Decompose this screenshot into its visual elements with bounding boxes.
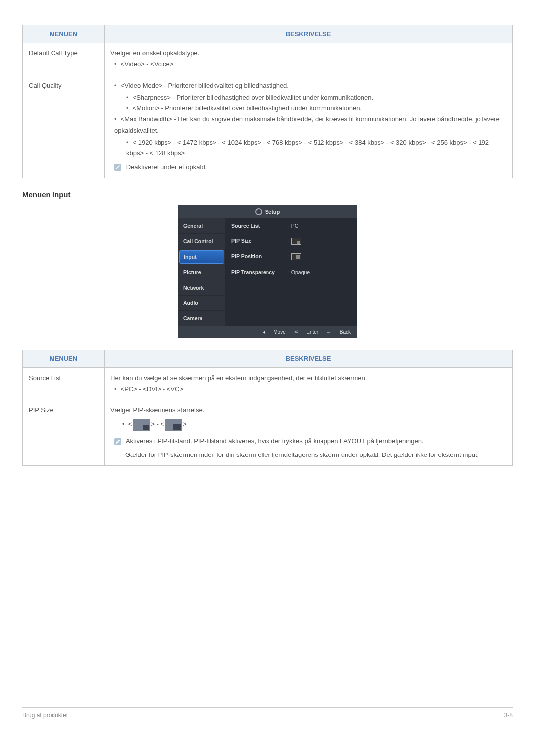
text: Vælger en ønsket opkaldstype. [110, 48, 506, 59]
cell-menu: PIP Size [23, 400, 105, 466]
note-icon [114, 164, 121, 171]
osd-sidebar-item[interactable]: Camera [178, 311, 225, 326]
cell-menu: Default Call Type [23, 43, 105, 75]
note: Deaktiveret under et opkald. [110, 162, 506, 173]
osd-row[interactable]: Source List: PC [225, 218, 357, 233]
th-desc: BESKRIVELSE [105, 25, 513, 43]
gear-icon [255, 208, 262, 215]
cell-desc: Vælger en ønsket opkaldstype. <Video> - … [105, 43, 513, 75]
list-item: <Video Mode> - Prioriterer billedkvalite… [114, 80, 506, 114]
osd-row[interactable]: PIP Position: [225, 249, 357, 265]
list-item: <Sharpness> - Prioriterer billedhastighe… [126, 92, 506, 103]
osd-row-label: PIP Size [231, 238, 288, 245]
th-menu: MENUEN [23, 350, 105, 367]
note-text: Deaktiveret under et opkald. [126, 163, 207, 171]
osd-row-value: : Opaque [288, 269, 310, 275]
pip-size-small-icon [133, 419, 150, 431]
osd-sidebar-item[interactable]: General [178, 218, 225, 234]
osd-sidebar: GeneralCall ControlInputPictureNetworkAu… [178, 218, 225, 326]
note: Aktiveres i PIP-tilstand. PIP-tilstand a… [110, 436, 506, 447]
osd-row-label: PIP Position [231, 253, 288, 260]
table-menu-1: MENUEN BESKRIVELSE Default Call Type Væl… [22, 25, 513, 178]
osd-foot-move: ♦ Move [263, 329, 285, 335]
osd-row-value: : [288, 238, 301, 245]
cell-desc: Her kan du vælge at se skærmen på en eks… [105, 367, 513, 400]
osd-row-value: : PC [288, 223, 298, 229]
osd-row-label: PIP Transparency [231, 269, 288, 275]
cell-menu: Source List [23, 367, 105, 400]
osd-row-value: : [288, 253, 301, 260]
osd-foot-back: ← Back [326, 329, 351, 335]
text: Vælger PIP-skærmens størrelse. [110, 405, 506, 416]
table-row: Default Call Type Vælger en ønsket opkal… [23, 43, 513, 75]
osd-title-bar: Setup [178, 205, 357, 218]
list-item: <Max Bandwidth> - Her kan du angive den … [114, 114, 506, 158]
footer-left: Brug af produktet [22, 712, 68, 719]
pip-size-large-icon [165, 419, 182, 431]
table-row: Call Quality <Video Mode> - Prioriterer … [23, 75, 513, 178]
section-title: Menuen Input [22, 190, 513, 199]
page-footer: Brug af produktet 3-8 [22, 707, 513, 719]
osd-foot-enter: ⏎ Enter [294, 329, 319, 335]
note-text: Aktiveres i PIP-tilstand. PIP-tilstand a… [126, 437, 424, 445]
osd-content: Source List: PCPIP Size: PIP Position: P… [225, 218, 357, 326]
osd-sidebar-item[interactable]: Network [178, 280, 225, 296]
pip-size-options: • <> - <> [110, 419, 506, 431]
cell-menu: Call Quality [23, 75, 105, 178]
list-item: <PC> - <DVI> - <VC> [114, 384, 506, 395]
osd-sidebar-item[interactable]: Audio [178, 296, 225, 311]
list-item: <Motion> - Prioriterer billedkvalitet ov… [126, 103, 506, 114]
osd-row[interactable]: PIP Size: [225, 233, 357, 249]
osd-title: Setup [265, 209, 280, 215]
osd-row[interactable]: PIP Transparency: Opaque [225, 265, 357, 280]
th-desc: BESKRIVELSE [105, 350, 513, 367]
note-icon [114, 438, 121, 445]
footer-right: 3-8 [504, 712, 513, 719]
table-row: PIP Size Vælger PIP-skærmens størrelse. … [23, 400, 513, 466]
th-menu: MENUEN [23, 25, 105, 43]
cell-desc: Vælger PIP-skærmens størrelse. • <> - <>… [105, 400, 513, 466]
osd-footer: ♦ Move ⏎ Enter ← Back [178, 326, 357, 338]
list-item: <Video> - <Voice> [114, 59, 506, 70]
table-row: Source List Her kan du vælge at se skærm… [23, 367, 513, 400]
osd-sidebar-item[interactable]: Call Control [178, 234, 225, 249]
osd-row-label: Source List [231, 223, 288, 229]
note-text-2: Gælder for PIP-skærmen inden for din skæ… [110, 450, 506, 460]
text: Her kan du vælge at se skærmen på en eks… [110, 373, 506, 384]
osd-panel: Setup GeneralCall ControlInputPictureNet… [178, 205, 357, 338]
osd-sidebar-item[interactable]: Input [179, 250, 224, 264]
list-item: < 1920 kbps> - < 1472 kbps> - < 1024 kbp… [126, 137, 506, 159]
table-menu-2: MENUEN BESKRIVELSE Source List Her kan d… [22, 350, 513, 466]
cell-desc: <Video Mode> - Prioriterer billedkvalite… [105, 75, 513, 178]
osd-sidebar-item[interactable]: Picture [178, 265, 225, 280]
